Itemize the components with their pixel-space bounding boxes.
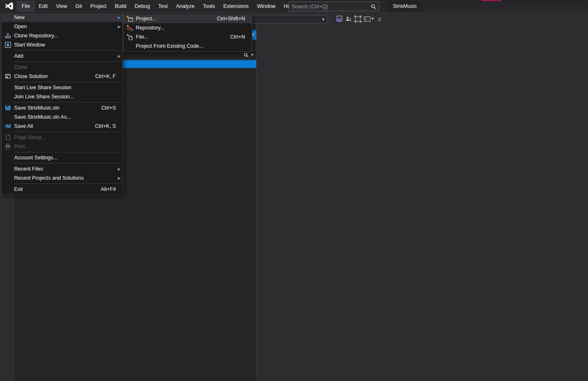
chevron-left-icon	[252, 32, 255, 38]
terminal-dropdown-chevron-icon[interactable]: ▼	[371, 17, 375, 21]
save-icon	[2, 105, 14, 111]
menubar-item-project[interactable]: Project	[86, 1, 111, 11]
vs-window-icon	[335, 15, 343, 24]
submenu-arrow-icon: ▶	[116, 25, 122, 29]
menubar-item-view[interactable]: View	[52, 1, 71, 11]
people-icon	[345, 16, 353, 24]
search-icon	[243, 52, 249, 58]
submenu-arrow-icon: ▶	[116, 54, 122, 58]
terminal-button[interactable]	[363, 15, 372, 24]
menu-separator	[14, 163, 122, 164]
menu-separator	[14, 102, 122, 103]
quick-search-box[interactable]	[289, 2, 379, 11]
selection-frame-button[interactable]	[353, 15, 363, 24]
new-repository-icon	[123, 24, 136, 32]
save-all-icon	[2, 123, 14, 129]
menubar-item-file[interactable]: File	[17, 1, 34, 11]
menubar-item-debug[interactable]: Debug	[130, 1, 154, 11]
menu-item-join-live-share[interactable]: Join Live Share Session...	[2, 92, 122, 101]
menu-item-close-solution[interactable]: Close Solution Ctrl+K, F	[2, 72, 122, 81]
new-submenu: Project... Ctrl+Shift+N Repository... Fi…	[123, 13, 252, 52]
menu-item-exit[interactable]: Exit Alt+F4	[2, 185, 122, 194]
menu-item-close: Close	[2, 63, 122, 72]
toolbar-overflow-button[interactable]	[375, 16, 384, 25]
menubar-item-test[interactable]: Test	[154, 1, 172, 11]
menu-item-recent-projects[interactable]: Recent Projects and Solutions ▶	[2, 173, 122, 183]
menubar-item-build[interactable]: Build	[110, 1, 130, 11]
menu-item-recent-files[interactable]: Recent Files ▶	[2, 164, 122, 173]
menubar-item-extensions[interactable]: Extensions	[219, 1, 253, 11]
print-icon	[2, 143, 14, 150]
submenu-arrow-icon: ▶	[116, 16, 122, 20]
submenu-arrow-icon: ▶	[116, 176, 122, 180]
menubar-item-git[interactable]: Git	[71, 1, 86, 11]
toolbar-separator	[331, 15, 331, 23]
toolbar-overflow-icon	[377, 17, 382, 24]
titlebar: File Edit View Git Project Build Debug T…	[0, 0, 588, 12]
menu-item-start-window[interactable]: Start Window	[2, 40, 122, 49]
selection-frame-icon	[354, 15, 362, 24]
search-icon	[370, 4, 376, 10]
quick-search-input[interactable]	[289, 4, 370, 10]
menu-item-new-project[interactable]: Project... Ctrl+Shift+N	[123, 14, 252, 23]
menu-item-project-from-existing-code[interactable]: Project From Existing Code...	[123, 42, 252, 51]
menu-item-save-solution-as[interactable]: Save StrixMusic.sln As...	[2, 112, 122, 122]
menu-item-new[interactable]: New ▶	[2, 13, 122, 22]
close-solution-icon	[2, 73, 14, 80]
menubar-item-edit[interactable]: Edit	[34, 1, 52, 11]
solution-name-badge: StrixMusic	[387, 1, 423, 12]
vs-window-button[interactable]	[334, 15, 343, 24]
menu-separator	[14, 61, 122, 62]
start-window-icon	[2, 42, 14, 48]
menu-separator	[14, 183, 122, 184]
page-setup-icon	[2, 134, 14, 141]
menu-item-open[interactable]: Open ▶	[2, 22, 122, 31]
menubar-item-tools[interactable]: Tools	[199, 1, 219, 11]
top-border-line	[502, 0, 586, 0]
chevron-down-icon[interactable]: ▼	[250, 53, 254, 57]
menubar-item-window[interactable]: Window	[253, 1, 279, 11]
solution-name: StrixMusic	[393, 3, 417, 9]
menu-separator	[14, 50, 122, 51]
file-menu: New ▶ Open ▶ Clone Repository... Start W…	[1, 12, 123, 195]
new-project-icon	[123, 15, 136, 22]
visual-studio-logo-icon	[5, 1, 14, 10]
menu-separator	[14, 132, 122, 132]
menu-item-print: Print...	[2, 142, 122, 151]
menu-item-clone-repository[interactable]: Clone Repository...	[2, 31, 122, 40]
new-file-icon	[123, 34, 136, 41]
top-accent-line	[482, 0, 502, 1]
menu-item-new-repository[interactable]: Repository...	[123, 23, 252, 32]
toolbar-combobox[interactable]: ▼	[250, 15, 328, 24]
menu-item-page-setup: Page Setup...	[2, 133, 122, 142]
live-share-button[interactable]	[344, 15, 353, 24]
menu-item-save-all[interactable]: Save All Ctrl+K, S	[2, 122, 122, 131]
menu-item-start-live-share[interactable]: Start Live Share Session	[2, 83, 122, 92]
submenu-arrow-icon: ▶	[116, 167, 122, 171]
menu-item-new-file[interactable]: File... Ctrl+N	[123, 32, 252, 42]
menu-separator	[14, 152, 122, 152]
chevron-down-icon: ▼	[321, 17, 325, 22]
menu-item-add[interactable]: Add ▶	[2, 51, 122, 61]
menu-item-save-solution[interactable]: Save StrixMusic.sln Ctrl+S	[2, 103, 122, 112]
menubar-item-analyze[interactable]: Analyze	[172, 1, 198, 11]
menu-separator	[14, 82, 122, 82]
menu-item-account-settings[interactable]: Account Settings...	[2, 153, 122, 162]
terminal-icon	[363, 16, 371, 24]
clone-repository-icon	[2, 32, 14, 39]
